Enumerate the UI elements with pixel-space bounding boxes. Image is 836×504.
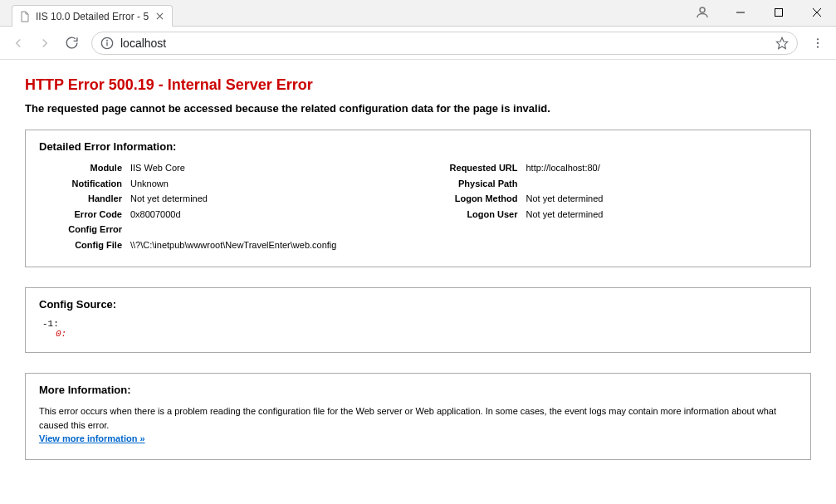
section-title: Config Source:	[39, 298, 797, 311]
url-input[interactable]	[120, 37, 769, 50]
detail-value: \\?\C:\inetpub\wwwroot\NewTravelEnter\we…	[130, 238, 402, 252]
forward-button[interactable]	[33, 32, 56, 55]
browser-menu-button[interactable]	[806, 32, 829, 55]
detail-label: Notification	[39, 177, 130, 191]
more-info-text: This error occurs when there is a proble…	[39, 406, 776, 430]
reload-button[interactable]	[60, 32, 83, 55]
error-subheading: The requested page cannot be accessed be…	[25, 102, 811, 115]
detail-label: Logon User	[435, 208, 526, 222]
error-heading: HTTP Error 500.19 - Internal Server Erro…	[25, 76, 811, 94]
svg-point-13	[817, 46, 819, 47]
config-source-line: -1:	[42, 319, 797, 329]
config-source-section: Config Source: -1: 0:	[25, 287, 811, 353]
detail-label: Handler	[39, 192, 130, 206]
detail-value: http://localhost:80/	[526, 161, 798, 175]
config-source-line: 0:	[42, 329, 797, 339]
minimize-button[interactable]	[721, 0, 760, 25]
file-icon	[19, 11, 31, 22]
detail-value: Unknown	[130, 177, 402, 191]
back-button[interactable]	[7, 32, 30, 55]
svg-point-0	[700, 7, 705, 12]
svg-point-11	[817, 38, 819, 40]
page-content: HTTP Error 500.19 - Internal Server Erro…	[0, 60, 836, 504]
svg-rect-2	[775, 9, 783, 17]
detail-label: Requested URL	[435, 161, 526, 175]
svg-marker-10	[776, 37, 787, 48]
site-info-icon[interactable]	[100, 37, 114, 50]
detail-label: Module	[39, 161, 130, 175]
section-title: More Information:	[39, 384, 797, 396]
detail-value: Not yet determined	[130, 192, 402, 206]
maximize-button[interactable]	[760, 0, 798, 25]
detail-value: IIS Web Core	[130, 161, 402, 175]
omnibox[interactable]	[91, 32, 798, 55]
detail-value	[526, 177, 798, 191]
detail-label: Logon Method	[435, 192, 526, 206]
url-bar	[0, 27, 836, 60]
browser-tab[interactable]: IIS 10.0 Detailed Error - 5	[12, 5, 173, 27]
view-more-link[interactable]: View more information »	[39, 433, 145, 443]
user-menu-icon[interactable]	[683, 0, 721, 25]
detail-label: Config Error	[39, 223, 130, 237]
detail-label: Physical Path	[435, 177, 526, 191]
tab-title: IIS 10.0 Detailed Error - 5	[36, 11, 149, 22]
detail-label: Config File	[39, 238, 130, 252]
detailed-error-section: Detailed Error Information: ModuleIIS We…	[25, 130, 811, 267]
close-tab-icon[interactable]	[154, 11, 165, 22]
detail-value: 0x8007000d	[130, 208, 402, 222]
close-window-button[interactable]	[798, 0, 836, 25]
detail-value: Not yet determined	[526, 208, 798, 222]
window-controls	[683, 0, 836, 25]
detail-value: Not yet determined	[526, 192, 798, 206]
bookmark-star-icon[interactable]	[775, 37, 789, 50]
svg-point-12	[817, 42, 819, 43]
detail-label: Error Code	[39, 208, 130, 222]
detail-value	[130, 223, 402, 237]
more-information-section: More Information: This error occurs when…	[25, 373, 811, 460]
section-title: Detailed Error Information:	[39, 140, 797, 153]
svg-point-9	[107, 40, 108, 41]
